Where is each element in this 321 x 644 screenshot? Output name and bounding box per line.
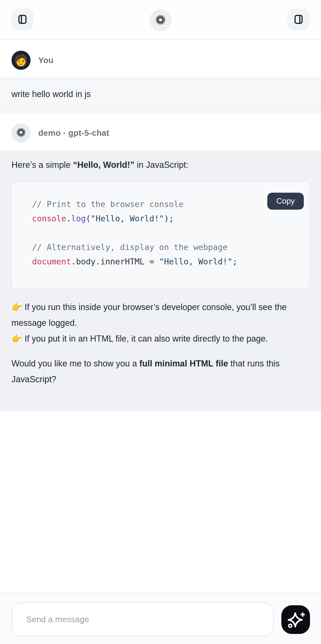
user-avatar: 🧑: [11, 51, 30, 70]
user-avatar-emoji: 🧑: [14, 55, 28, 66]
model-avatar-button[interactable]: [150, 9, 171, 31]
assistant-question: Would you like me to show you a full min…: [11, 356, 310, 387]
composer-bar: [0, 593, 321, 644]
starburst-icon: [16, 128, 26, 138]
panel-right-toggle-button[interactable]: [288, 8, 310, 30]
code-line: [32, 226, 300, 240]
question-bold-text: full minimal HTML file: [139, 358, 228, 368]
code-content: // Print to the browser consoleconsole.l…: [32, 197, 300, 269]
user-message-text: write hello world in js: [11, 89, 310, 100]
assistant-message: Here’s a simple “Hello, World!” in JavaS…: [0, 150, 321, 411]
top-bar: [0, 0, 321, 40]
code-line: console.log("Hello, World!");: [32, 211, 300, 226]
panel-right-icon: [293, 14, 305, 26]
code-line: // Alternatively, display on the webpage: [32, 240, 300, 254]
chat-app: 🧑 You write hello world in js demo · gpt…: [0, 0, 321, 644]
message-input[interactable]: [12, 602, 274, 636]
panel-left-icon: [16, 14, 28, 26]
assistant-tip: 👉 If you put it in an HTML file, it can …: [11, 331, 310, 346]
assistant-tips: 👉 If you run this inside your browser’s …: [11, 299, 310, 346]
user-message: write hello world in js: [0, 78, 321, 112]
user-sender-row: 🧑 You: [0, 40, 321, 78]
assistant-intro: Here’s a simple “Hello, World!” in JavaS…: [11, 158, 310, 172]
code-line: document.body.innerHTML = "Hello, World!…: [32, 254, 300, 269]
starburst-icon: [155, 14, 166, 26]
user-sender-name: You: [38, 56, 53, 65]
sidebar-toggle-button[interactable]: [11, 8, 33, 30]
code-block: Copy // Print to the browser consolecons…: [11, 181, 310, 289]
assistant-avatar: [11, 123, 30, 142]
assistant-sender-row: demo · gpt-5-chat: [0, 112, 321, 150]
assistant-sender-name: demo · gpt-5-chat: [38, 128, 109, 138]
send-button[interactable]: [281, 605, 310, 634]
copy-code-button[interactable]: Copy: [267, 193, 304, 210]
code-line: // Print to the browser console: [32, 197, 300, 211]
sparkle-icon: [285, 609, 306, 630]
assistant-tip: 👉 If you run this inside your browser’s …: [11, 299, 310, 331]
intro-bold-text: “Hello, World!”: [73, 160, 134, 170]
